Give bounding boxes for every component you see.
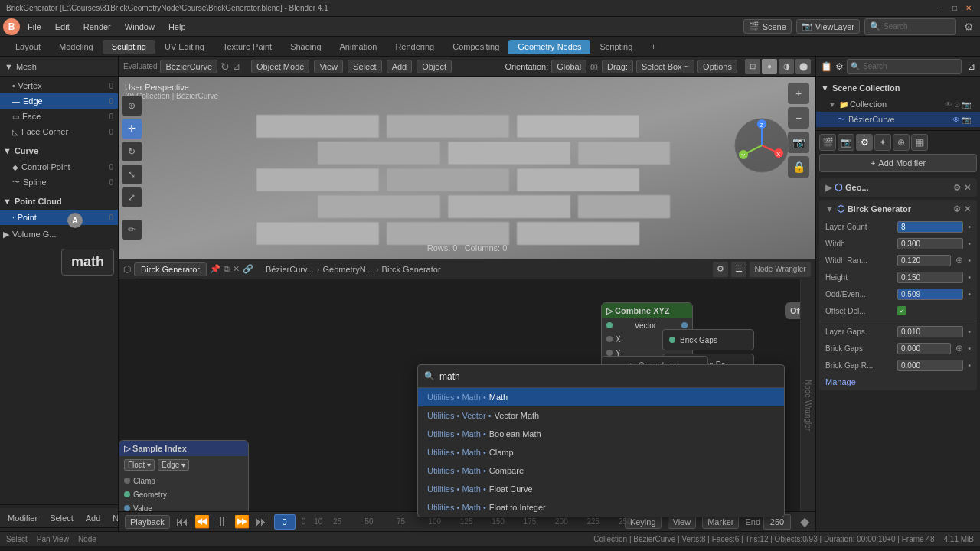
sample-index-node[interactable]: ▷ Sample Index Float ▾ Edge ▾ Clamp Geom… (119, 440, 249, 511)
sample-float-dropdown[interactable]: Float ▾ (124, 459, 155, 471)
node-view-dropdown[interactable]: Node Wrangler (750, 262, 811, 277)
tab-animation[interactable]: Animation (331, 40, 387, 54)
geo-modifier-close-icon[interactable]: ✕ (964, 183, 971, 193)
prev-frame-icon[interactable]: ⏪ (194, 514, 210, 529)
node-menu[interactable]: Node (109, 512, 119, 524)
mesh-vertex[interactable]: • Vertex 0 (0, 78, 118, 93)
select-icon[interactable]: ⊙ (954, 100, 960, 109)
scene-selector[interactable]: 🎬 Scene (743, 19, 792, 34)
move-tool[interactable]: ✛ (122, 119, 142, 139)
zoom-in-btn[interactable]: + (788, 83, 809, 104)
prop-tab-particles[interactable]: ✦ (874, 134, 891, 151)
menu-file[interactable]: File (21, 21, 47, 33)
brick-gap-r-input[interactable]: 0.000 (897, 360, 963, 371)
menu-window[interactable]: Window (119, 21, 161, 33)
object-btn[interactable]: Object (416, 60, 452, 73)
search-right[interactable]: 🔍 Search (847, 59, 962, 74)
node-tab[interactable]: Birck Generator (134, 262, 207, 276)
tab-sculpting[interactable]: Sculpting (103, 40, 155, 54)
object-dropdown[interactable]: BézierCurve (160, 60, 217, 73)
birck-settings-icon[interactable]: ⚙ (953, 204, 961, 214)
tab-layout[interactable]: Layout (6, 40, 50, 54)
object-mode-btn[interactable]: Object Mode (251, 60, 309, 73)
scale-tool[interactable]: ⤡ (122, 165, 142, 184)
refresh-icon[interactable]: ↻ (220, 60, 230, 73)
tab-shading[interactable]: Shading (281, 40, 330, 54)
blender-logo-icon[interactable]: B (3, 18, 20, 35)
material-btn[interactable]: ◑ (779, 59, 794, 74)
menu-help[interactable]: Help (162, 21, 192, 33)
prop-tab-scene[interactable]: 🎬 (819, 134, 836, 151)
node-settings-icon[interactable]: ⚙ (713, 262, 728, 277)
next-frame-icon[interactable]: ⏩ (234, 514, 250, 529)
width-ran-input[interactable]: 0.120 (897, 255, 951, 266)
menu-render[interactable]: Render (77, 21, 117, 33)
scene-collection-header[interactable]: ▼ Scene Collection (816, 80, 980, 96)
transform-tool[interactable]: ⤢ (122, 187, 142, 207)
curve-header[interactable]: ▼ Curve (0, 142, 118, 159)
tab-uv-editing[interactable]: UV Editing (155, 40, 214, 54)
filter-right2-icon[interactable]: ⊿ (968, 61, 975, 72)
width-input[interactable]: 0.300 (897, 238, 963, 249)
sample-edge-dropdown[interactable]: Edge ▾ (158, 459, 189, 471)
render-icon[interactable]: 📷 (962, 100, 971, 109)
filter-right-icon[interactable]: ⚙ (835, 61, 844, 72)
odd-even-input[interactable]: 0.509 (897, 289, 963, 300)
bezier-render-icon[interactable]: 📷 (962, 116, 971, 124)
play-fwd-icon[interactable]: ⏭ (256, 515, 268, 529)
mesh-face-corner[interactable]: ◺ Face Corner 0 (0, 124, 118, 139)
point-cloud-header[interactable]: ▼ Point Cloud (0, 193, 118, 210)
funnel-icon[interactable]: ⊿ (233, 61, 240, 72)
add-menu[interactable]: Add (83, 512, 104, 524)
geo-modifier-settings-icon[interactable]: ⚙ (953, 183, 961, 193)
tab-scripting[interactable]: Scripting (590, 40, 642, 54)
collection-item[interactable]: ▼ 📁 Collection 👁 ⊙ 📷 (816, 96, 980, 112)
birck-close-icon[interactable]: ✕ (964, 204, 971, 214)
tab-modeling[interactable]: Modeling (50, 40, 103, 54)
render-btn[interactable]: ⬤ (795, 59, 811, 74)
link-icon[interactable]: 🔗 (243, 264, 253, 274)
geo-modifier-header[interactable]: ▶ ⬡ Geo... ⚙ ✕ (819, 178, 977, 197)
bc-geometrynodes[interactable]: GeometryN... (322, 265, 372, 274)
playback-btn[interactable]: Playback (125, 515, 170, 529)
viewlayer-selector[interactable]: 📷 ViewLayer (796, 19, 860, 34)
current-frame[interactable]: 0 (274, 514, 296, 530)
tab-rendering[interactable]: Rendering (386, 40, 443, 54)
search-field[interactable]: 🔍 Search (864, 18, 956, 35)
node-list-icon[interactable]: ☰ (731, 262, 746, 277)
maximize-btn[interactable]: □ (949, 3, 960, 14)
search-input[interactable] (439, 371, 778, 382)
rotate-tool[interactable]: ↻ (122, 142, 142, 161)
bezier-curve-item[interactable]: 〜 BézierCurve 👁 📷 (816, 112, 980, 127)
menu-edit[interactable]: Edit (49, 21, 76, 33)
bc-beziercurve[interactable]: BézierCurv... (266, 265, 314, 274)
keyframe-icon[interactable]: ◆ (800, 514, 809, 529)
options-btn[interactable]: Options (697, 60, 737, 73)
orientation-dropdown[interactable]: Global (551, 60, 586, 73)
volume-section[interactable]: ▶ Volume G... (0, 227, 118, 242)
close-node-icon[interactable]: ✕ (233, 264, 240, 274)
birck-modifier-header[interactable]: ▼ ⬡ Birck Generator ⚙ ✕ (819, 200, 977, 218)
add-btn[interactable]: Add (387, 60, 413, 73)
offset-del-checkbox[interactable]: ✓ (897, 306, 906, 315)
modifier-menu[interactable]: Modifier (5, 512, 41, 524)
outliner-view-icon[interactable]: 📋 (821, 61, 832, 72)
search-result-math[interactable]: Utilities • Math • Math (418, 388, 784, 406)
curve-spline[interactable]: 〜 Spline 0 (0, 174, 118, 190)
wireframe-btn[interactable]: ⊡ (745, 59, 760, 74)
height-input[interactable]: 0.150 (897, 272, 963, 283)
search-result-boolean-math[interactable]: Utilities • Math • Boolean Math (418, 425, 784, 443)
minimize-btn[interactable]: − (936, 3, 946, 14)
tab-geometry-nodes[interactable]: Geometry Nodes (508, 40, 590, 54)
curve-control-point[interactable]: ◆ Control Point 0 (0, 159, 118, 174)
3d-viewport[interactable]: User Perspective (0) Collection | Bézier… (119, 77, 815, 259)
layer-count-input[interactable]: 8 (897, 221, 963, 233)
annotate-tool[interactable]: ✏ (122, 220, 142, 240)
prop-tab-data[interactable]: ▦ (911, 134, 928, 151)
play-back-icon[interactable]: ⏮ (176, 515, 188, 529)
layer-gaps-input[interactable]: 0.010 (897, 326, 963, 337)
view-btn[interactable]: View (314, 60, 343, 73)
tab-texture-paint[interactable]: Texture Paint (214, 40, 281, 54)
close-btn[interactable]: ✕ (963, 3, 974, 14)
mesh-edge[interactable]: — Edge 0 (0, 93, 118, 109)
